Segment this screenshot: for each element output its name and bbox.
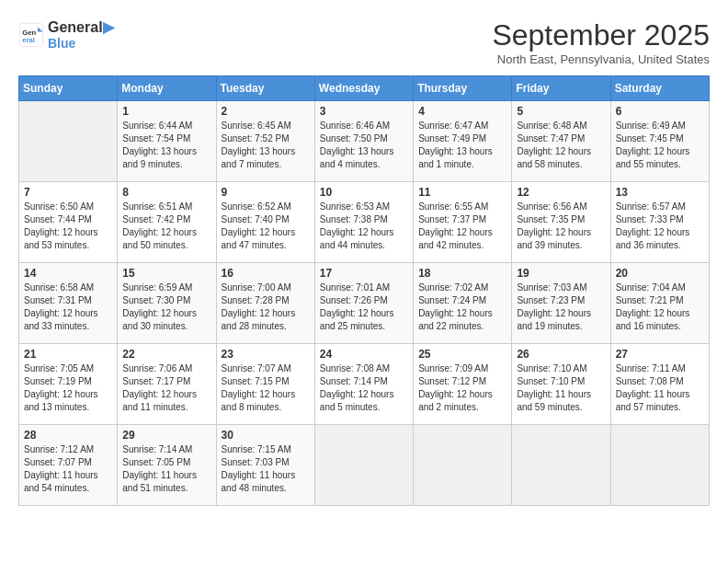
day-number: 6 (616, 105, 704, 118)
day-number: 5 (517, 105, 605, 118)
title-section: September 2025 North East, Pennsylvania,… (492, 18, 710, 66)
day-number: 1 (122, 105, 210, 118)
calendar-week-row: 21Sunrise: 7:05 AMSunset: 7:19 PMDayligh… (19, 344, 710, 425)
day-number: 24 (320, 348, 408, 361)
calendar-cell: 6Sunrise: 6:49 AMSunset: 7:45 PMDaylight… (610, 101, 709, 182)
day-info: Sunrise: 7:10 AMSunset: 7:10 PMDaylight:… (517, 362, 605, 414)
weekday-header: Sunday (19, 76, 118, 101)
day-info: Sunrise: 6:44 AMSunset: 7:54 PMDaylight:… (122, 120, 210, 171)
calendar-cell: 10Sunrise: 6:53 AMSunset: 7:38 PMDayligh… (314, 182, 413, 263)
logo-icon: Gen eral (18, 22, 44, 48)
calendar-cell: 7Sunrise: 6:50 AMSunset: 7:44 PMDaylight… (19, 182, 118, 263)
day-number: 28 (24, 429, 112, 442)
calendar-cell: 23Sunrise: 7:07 AMSunset: 7:15 PMDayligh… (216, 344, 314, 425)
calendar-cell: 20Sunrise: 7:04 AMSunset: 7:21 PMDayligh… (610, 263, 709, 344)
day-info: Sunrise: 7:03 AMSunset: 7:23 PMDaylight:… (517, 282, 605, 333)
day-info: Sunrise: 6:48 AMSunset: 7:47 PMDaylight:… (517, 120, 605, 171)
calendar-cell: 11Sunrise: 6:55 AMSunset: 7:37 PMDayligh… (414, 182, 512, 263)
logo-text: General▶ Blue (48, 18, 114, 51)
day-number: 2 (222, 105, 310, 118)
day-number: 19 (517, 267, 605, 280)
calendar-cell: 19Sunrise: 7:03 AMSunset: 7:23 PMDayligh… (512, 263, 610, 344)
location: North East, Pennsylvania, United States (492, 52, 710, 66)
calendar-cell: 24Sunrise: 7:08 AMSunset: 7:14 PMDayligh… (314, 344, 413, 425)
calendar-cell: 26Sunrise: 7:10 AMSunset: 7:10 PMDayligh… (512, 344, 610, 425)
day-info: Sunrise: 7:05 AMSunset: 7:19 PMDaylight:… (24, 362, 112, 414)
day-info: Sunrise: 7:11 AMSunset: 7:08 PMDaylight:… (616, 362, 704, 414)
calendar-cell: 18Sunrise: 7:02 AMSunset: 7:24 PMDayligh… (414, 263, 512, 344)
day-info: Sunrise: 7:00 AMSunset: 7:28 PMDaylight:… (222, 282, 310, 333)
calendar-cell (19, 101, 118, 182)
calendar-cell (610, 425, 709, 506)
day-number: 22 (122, 348, 210, 361)
day-number: 12 (517, 186, 605, 199)
day-number: 15 (122, 267, 210, 280)
weekday-header: Friday (512, 76, 610, 101)
calendar-cell: 12Sunrise: 6:56 AMSunset: 7:35 PMDayligh… (512, 182, 610, 263)
day-number: 30 (222, 429, 310, 442)
calendar-cell: 2Sunrise: 6:45 AMSunset: 7:52 PMDaylight… (216, 101, 314, 182)
day-info: Sunrise: 6:50 AMSunset: 7:44 PMDaylight:… (24, 201, 112, 252)
month-title: September 2025 (492, 18, 710, 52)
day-number: 11 (418, 186, 506, 199)
day-info: Sunrise: 6:56 AMSunset: 7:35 PMDaylight:… (517, 201, 605, 252)
svg-text:eral: eral (22, 36, 35, 44)
day-info: Sunrise: 6:52 AMSunset: 7:40 PMDaylight:… (222, 201, 310, 252)
calendar-table: SundayMondayTuesdayWednesdayThursdayFrid… (18, 75, 710, 506)
calendar-cell: 3Sunrise: 6:46 AMSunset: 7:50 PMDaylight… (314, 101, 413, 182)
day-number: 23 (222, 348, 310, 361)
day-info: Sunrise: 6:45 AMSunset: 7:52 PMDaylight:… (222, 120, 310, 171)
calendar-cell: 21Sunrise: 7:05 AMSunset: 7:19 PMDayligh… (19, 344, 118, 425)
weekday-header-row: SundayMondayTuesdayWednesdayThursdayFrid… (19, 76, 710, 101)
weekday-header: Monday (118, 76, 216, 101)
calendar-cell: 17Sunrise: 7:01 AMSunset: 7:26 PMDayligh… (314, 263, 413, 344)
day-info: Sunrise: 7:06 AMSunset: 7:17 PMDaylight:… (122, 362, 210, 414)
day-info: Sunrise: 6:49 AMSunset: 7:45 PMDaylight:… (616, 120, 704, 171)
weekday-header: Wednesday (314, 76, 413, 101)
day-info: Sunrise: 7:09 AMSunset: 7:12 PMDaylight:… (418, 362, 506, 414)
day-number: 29 (122, 429, 210, 442)
calendar-cell: 5Sunrise: 6:48 AMSunset: 7:47 PMDaylight… (512, 101, 610, 182)
day-info: Sunrise: 7:01 AMSunset: 7:26 PMDaylight:… (320, 282, 408, 333)
day-info: Sunrise: 7:12 AMSunset: 7:07 PMDaylight:… (24, 443, 112, 495)
calendar-cell: 27Sunrise: 7:11 AMSunset: 7:08 PMDayligh… (610, 344, 709, 425)
calendar-cell (414, 425, 512, 506)
day-number: 27 (616, 348, 704, 361)
calendar-cell: 28Sunrise: 7:12 AMSunset: 7:07 PMDayligh… (19, 425, 118, 506)
calendar-cell: 29Sunrise: 7:14 AMSunset: 7:05 PMDayligh… (118, 425, 216, 506)
day-info: Sunrise: 7:07 AMSunset: 7:15 PMDaylight:… (222, 362, 310, 414)
calendar-week-row: 28Sunrise: 7:12 AMSunset: 7:07 PMDayligh… (19, 425, 710, 506)
calendar-cell (512, 425, 610, 506)
day-number: 9 (222, 186, 310, 199)
calendar-cell: 4Sunrise: 6:47 AMSunset: 7:49 PMDaylight… (414, 101, 512, 182)
calendar-week-row: 7Sunrise: 6:50 AMSunset: 7:44 PMDaylight… (19, 182, 710, 263)
day-number: 4 (418, 105, 506, 118)
day-number: 16 (222, 267, 310, 280)
calendar-cell: 14Sunrise: 6:58 AMSunset: 7:31 PMDayligh… (19, 263, 118, 344)
calendar-cell: 25Sunrise: 7:09 AMSunset: 7:12 PMDayligh… (414, 344, 512, 425)
day-info: Sunrise: 6:59 AMSunset: 7:30 PMDaylight:… (122, 282, 210, 333)
calendar-cell: 22Sunrise: 7:06 AMSunset: 7:17 PMDayligh… (118, 344, 216, 425)
svg-text:Gen: Gen (22, 29, 36, 37)
day-number: 7 (24, 186, 112, 199)
day-number: 20 (616, 267, 704, 280)
calendar-cell: 30Sunrise: 7:15 AMSunset: 7:03 PMDayligh… (216, 425, 314, 506)
day-info: Sunrise: 6:47 AMSunset: 7:49 PMDaylight:… (418, 120, 506, 171)
calendar-cell: 13Sunrise: 6:57 AMSunset: 7:33 PMDayligh… (610, 182, 709, 263)
day-number: 10 (320, 186, 408, 199)
day-number: 3 (320, 105, 408, 118)
weekday-header: Thursday (414, 76, 512, 101)
day-info: Sunrise: 7:08 AMSunset: 7:14 PMDaylight:… (320, 362, 408, 414)
weekday-header: Tuesday (216, 76, 314, 101)
page-header: Gen eral General▶ Blue September 2025 No… (18, 18, 710, 66)
calendar-cell: 16Sunrise: 7:00 AMSunset: 7:28 PMDayligh… (216, 263, 314, 344)
day-number: 25 (418, 348, 506, 361)
day-number: 18 (418, 267, 506, 280)
calendar-week-row: 1Sunrise: 6:44 AMSunset: 7:54 PMDaylight… (19, 101, 710, 182)
day-info: Sunrise: 6:57 AMSunset: 7:33 PMDaylight:… (616, 201, 704, 252)
day-info: Sunrise: 6:46 AMSunset: 7:50 PMDaylight:… (320, 120, 408, 171)
calendar-cell: 9Sunrise: 6:52 AMSunset: 7:40 PMDaylight… (216, 182, 314, 263)
day-number: 14 (24, 267, 112, 280)
day-info: Sunrise: 6:51 AMSunset: 7:42 PMDaylight:… (122, 201, 210, 252)
day-info: Sunrise: 7:02 AMSunset: 7:24 PMDaylight:… (418, 282, 506, 333)
